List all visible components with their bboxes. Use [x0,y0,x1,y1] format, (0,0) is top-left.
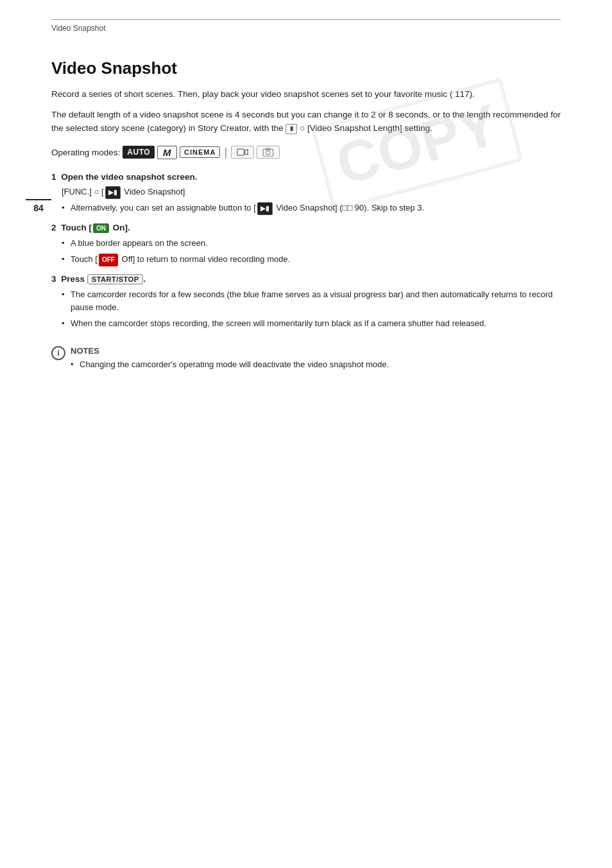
step-3-num: 3 [51,274,56,284]
step-3-title: 3 Press START/STOP. [51,274,561,284]
svg-marker-1 [244,150,248,155]
operating-modes: Operating modes: AUTO M CINEMA | [51,146,561,159]
steps-list: 1 Open the video snapshot screen. [FUNC.… [51,172,561,331]
mode-photo-icon [257,146,280,159]
mode-m: M [157,146,177,159]
page-number: 84 [26,199,51,213]
description1: Record a series of short scenes. Then, p… [51,87,561,101]
start-stop-key: START/STOP [87,274,144,284]
step-2-title: 2 Touch [ON On]. [51,223,561,233]
step-3-bullet-2: When the camcorder stops recording, the … [62,317,561,331]
step-2-num: 2 [51,223,56,232]
notes-list: Changing the camcorder's operating mode … [71,358,389,372]
notes-section: i NOTES Changing the camcorder's operati… [51,346,561,374]
svg-point-3 [266,151,270,155]
mode-cinema: CINEMA [180,146,220,158]
video-snap-badge: ▶▮ [105,186,121,199]
mode-auto: AUTO [123,146,155,159]
step-2-bullets: A blue border appears on the screen. Tou… [62,237,561,266]
step-2-bullet-1: A blue border appears on the screen. [62,237,561,250]
page-title: Video Snapshot [51,58,561,78]
video-snap-badge2: ▶▮ [257,202,273,215]
off-badge: OFF [99,254,118,266]
mode-separator: | [224,146,227,159]
step-1-bullet-1: Alternatively, you can set an assignable… [62,202,561,215]
mode-video-icon [231,146,254,159]
notes-item-1: Changing the camcorder's operating mode … [71,358,389,372]
step-3-bullets: The camcorder records for a few seconds … [62,288,561,331]
step-1-title: 1 Open the video snapshot screen. [51,172,561,182]
page-header: Video Snapshot [51,24,561,33]
label-operating-modes: Operating modes: [51,148,120,157]
step-1-bullets: Alternatively, you can set an assignable… [62,202,561,215]
step-3-bullet-1: The camcorder records for a few seconds … [62,288,561,315]
on-badge: ON [93,223,109,233]
step-1: 1 Open the video snapshot screen. [FUNC.… [51,172,561,215]
step-1-num: 1 [51,172,56,182]
step-2-bullet-2: Touch [OFF Off] to return to normal vide… [62,253,561,266]
svg-rect-0 [237,149,244,155]
story-icon: ▮ [285,124,297,134]
step-1-label: Open the video snapshot screen. [61,172,197,182]
top-rule [51,19,561,20]
notes-content-block: NOTES Changing the camcorder's operating… [71,346,389,374]
step-1-sub: [FUNC.] ○ [▶▮ Video Snapshot] [62,186,561,199]
step-2: 2 Touch [ON On]. A blue border appears o… [51,223,561,266]
notes-label: NOTES [71,346,389,356]
step-3: 3 Press START/STOP. The camcorder record… [51,274,561,331]
description2: The default length of a video snapshot s… [51,108,561,135]
info-icon: i [51,346,65,360]
